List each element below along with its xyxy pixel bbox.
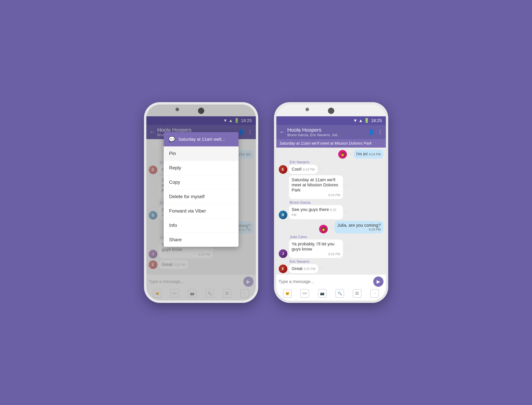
right-bubble-cool: Cool! 6:24 PM	[289, 165, 318, 174]
left-context-body: Pin Reply Copy Delete for myself Forward…	[164, 146, 239, 247]
left-context-overlay: 💬 Saturday at 11am well... Pin Reply Cop…	[146, 104, 256, 301]
right-bubble-julia-q: Julia, are you coming? 6:24 PM	[334, 221, 383, 233]
right-chat-subtitle: Bruno Garcia, Eric Navarro, Julia Calvo …	[287, 133, 343, 137]
right-heart-3[interactable]: ♡	[344, 185, 348, 190]
right-sender-eric2: Eric Navarro	[289, 260, 323, 264]
right-app-header: ← Hoola Hoopers Bruno Garcia, Eric Navar…	[276, 125, 386, 139]
left-context-info[interactable]: Info	[164, 218, 239, 233]
left-context-share[interactable]: Share	[164, 233, 239, 247]
left-context-forward[interactable]: Forward via Viber	[164, 204, 239, 218]
right-more-btn[interactable]: ···	[370, 289, 379, 298]
right-heart-6[interactable]: ♡	[344, 246, 348, 251]
left-context-header: 💬 Saturday at 11am well...	[164, 132, 239, 146]
right-bubble-julia: Ya probably, I'll let you guys know 6:25…	[289, 239, 343, 258]
right-header-actions: 👤 ⋮	[368, 129, 383, 135]
right-msg-cool: E Eric Navarro Cool! 6:24 PM ♡	[279, 160, 383, 174]
right-chat-area: ♡ I'm in! 6:24 PM 👩 E Eric Navarro	[276, 148, 386, 274]
right-avatar-bruno: B	[279, 210, 287, 219]
right-heart-4[interactable]: ♡	[344, 209, 348, 215]
right-phone: ▼ ▲ 🔋 18:25 ← Hoola Hoopers Bruno Garcia…	[274, 102, 388, 303]
right-msg-imin: ♡ I'm in! 6:24 PM 👩	[279, 149, 383, 159]
right-bubble-saturday: Saturday at 11am we'll meet at Mission D…	[289, 175, 343, 199]
right-msg-julia: J Julia Calvo Ya probably, I'll let you …	[279, 235, 383, 258]
right-heart-7[interactable]: ♡	[319, 266, 323, 271]
right-msg-saturday: Saturday at 11am we'll meet at Mission D…	[289, 175, 383, 199]
right-pinned-banner: Saturday at 11am we'll meet at Mission D…	[276, 139, 386, 148]
right-send-button[interactable]: ▶	[373, 277, 383, 287]
right-heart-5[interactable]: ♡	[329, 224, 333, 230]
right-heart-1[interactable]: ♡	[348, 152, 352, 157]
right-menu-icon[interactable]: ⋮	[378, 129, 383, 135]
right-heart-2[interactable]: ♡	[319, 167, 323, 172]
right-bubble-imin: I'm in! 6:24 PM	[353, 149, 383, 159]
right-status-time: 18:25	[371, 118, 382, 123]
right-sender-bruno: Bruno Garcia	[289, 201, 348, 205]
right-avatar-eric1: E	[279, 165, 287, 174]
right-avatar-julia: J	[279, 249, 287, 258]
right-header-info: Hoola Hoopers Bruno Garcia, Eric Navarro…	[287, 127, 366, 137]
right-bubble-bruno: See you guys there 6:25 PM	[289, 205, 343, 219]
right-gif-btn[interactable]: GIF	[300, 289, 309, 298]
left-context-delete[interactable]: Delete for myself	[164, 189, 239, 204]
right-sender-eric1: Eric Navarro	[289, 160, 323, 164]
right-image-btn[interactable]: 🖼	[353, 289, 361, 298]
right-emoji-btn[interactable]: 🐱	[283, 289, 292, 298]
right-status-icons: ▼ ▲ 🔋	[353, 118, 369, 123]
right-msg-julia-q: ♡ Julia, are you coming? 6:24 PM 👩	[279, 221, 383, 233]
right-chat-title: Hoola Hoopers	[287, 127, 366, 133]
left-context-reply[interactable]: Reply	[164, 161, 239, 175]
right-msg-bruno: B Bruno Garcia See you guys there 6:25 P…	[279, 201, 383, 219]
right-avatar-eric2: E	[279, 264, 287, 273]
left-context-copy[interactable]: Copy	[164, 175, 239, 189]
right-avatar-self: 👩	[338, 150, 347, 159]
left-context-pin[interactable]: Pin	[164, 146, 239, 161]
right-message-input[interactable]	[279, 279, 372, 284]
right-add-contact-icon[interactable]: 👤	[368, 129, 374, 135]
right-camera-btn[interactable]: 📷	[318, 289, 327, 298]
right-back-button[interactable]: ←	[279, 129, 285, 135]
right-status-bar: ▼ ▲ 🔋 18:25	[276, 116, 386, 125]
right-avatar-self2: 👩	[319, 225, 328, 233]
left-context-chat-icon: 💬	[168, 136, 175, 142]
right-sender-julia: Julia Calvo	[289, 235, 348, 239]
left-context-menu: 💬 Saturday at 11am well... Pin Reply Cop…	[164, 132, 239, 247]
left-context-header-text: Saturday at 11am well...	[179, 137, 225, 142]
right-bubble-great: Great 6:25 PM	[289, 264, 318, 273]
right-search-btn[interactable]: 🔍	[335, 289, 344, 298]
right-msg-great: E Eric Navarro Great 6:25 PM ♡	[279, 260, 383, 273]
right-input-area: ▶ 🐱 GIF 📷 🔍 🖼 ···	[276, 274, 386, 301]
left-phone: ▼ ▲ 🔋 18:25 ← Hoola Hoopers Bruno Garcia…	[144, 102, 258, 303]
